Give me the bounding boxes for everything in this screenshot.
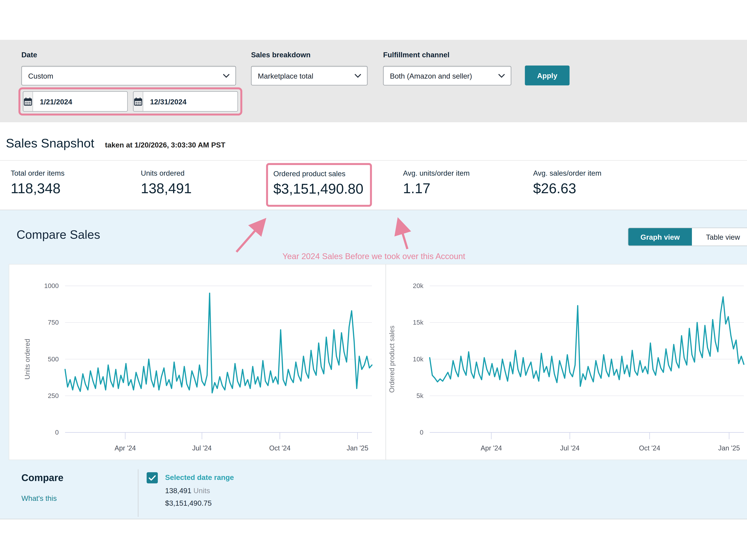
annotation-arrow-right xyxy=(399,220,408,249)
svg-text:Jan '25: Jan '25 xyxy=(346,444,368,452)
divider xyxy=(0,160,747,161)
chevron-down-icon xyxy=(355,74,361,78)
ordered-product-sales-chart: 20k15k10k5k0Apr '24Jul '24Oct '24Jan '25… xyxy=(386,265,747,459)
metric-units-ordered: Units ordered 138,491 xyxy=(141,169,192,196)
metric-label: Avg. units/order item xyxy=(403,169,470,177)
calendar-icon[interactable] xyxy=(23,92,33,111)
legend-units-line: 138,491 Units xyxy=(165,486,210,495)
date-preset-value: Custom xyxy=(28,72,53,80)
metric-label: Ordered product sales xyxy=(274,169,363,178)
check-icon xyxy=(149,475,156,481)
sales-breakdown-label: Sales breakdown xyxy=(251,50,311,59)
metric-ordered-product-sales-highlighted: Ordered product sales $3,151,490.80 xyxy=(266,163,372,207)
chevron-down-icon xyxy=(498,74,505,78)
sales-breakdown-select[interactable]: Marketplace total xyxy=(251,66,367,85)
metric-value: $3,151,490.80 xyxy=(274,181,363,197)
svg-text:Jul '24: Jul '24 xyxy=(560,444,579,452)
svg-text:Apr '24: Apr '24 xyxy=(481,444,502,452)
svg-text:10k: 10k xyxy=(413,355,423,363)
svg-text:Oct '24: Oct '24 xyxy=(639,444,660,452)
snapshot-timestamp: taken at 1/20/2026, 3:03:30 AM PST xyxy=(105,141,225,149)
compare-heading: Compare xyxy=(21,472,63,483)
svg-text:Units ordered: Units ordered xyxy=(24,339,31,379)
date-preset-select[interactable]: Custom xyxy=(21,66,236,85)
table-view-button[interactable]: Table view xyxy=(692,228,747,246)
svg-text:Ordered product sales: Ordered product sales xyxy=(388,325,396,393)
svg-text:Oct '24: Oct '24 xyxy=(269,444,290,452)
metric-label: Total order items xyxy=(11,169,65,177)
date-range-highlight xyxy=(19,87,242,115)
legend-sales-value: $3,151,490.75 xyxy=(165,499,212,507)
svg-text:1000: 1000 xyxy=(44,282,59,289)
end-date-field[interactable] xyxy=(143,92,238,111)
annotation-note: Year 2024 Sales Before we took over this… xyxy=(160,252,588,262)
start-date-input[interactable] xyxy=(23,91,128,112)
ordered-product-sales-chart-card: 20k15k10k5k0Apr '24Jul '24Oct '24Jan '25… xyxy=(385,265,747,459)
svg-text:0: 0 xyxy=(420,429,423,436)
svg-text:250: 250 xyxy=(48,392,59,399)
svg-text:5k: 5k xyxy=(416,392,423,399)
units-ordered-chart-card: 10007505002500Apr '24Jul '24Oct '24Jan '… xyxy=(9,265,385,459)
charts-container: 10007505002500Apr '24Jul '24Oct '24Jan '… xyxy=(9,264,747,460)
date-filter-label: Date xyxy=(21,50,37,59)
compare-sales-title: Compare Sales xyxy=(17,228,100,242)
metric-label: Avg. sales/order item xyxy=(533,169,601,177)
svg-text:Jan '25: Jan '25 xyxy=(718,444,740,452)
whats-this-link[interactable]: What's this xyxy=(21,494,57,502)
graph-view-button[interactable]: Graph view xyxy=(628,228,692,246)
metric-total-order-items: Total order items 118,348 xyxy=(11,169,65,196)
calendar-icon[interactable] xyxy=(133,92,143,111)
metric-avg-units-order-item: Avg. units/order item 1.17 xyxy=(403,169,470,196)
page: Date Custom Sales breakdown Marketplace … xyxy=(0,0,747,560)
apply-button[interactable]: Apply xyxy=(525,65,570,85)
metric-value: $26.63 xyxy=(533,181,601,196)
metric-avg-sales-order-item: Avg. sales/order item $26.63 xyxy=(533,169,601,196)
svg-text:500: 500 xyxy=(48,355,59,363)
chevron-down-icon xyxy=(223,74,230,78)
metric-value: 1.17 xyxy=(403,181,470,196)
svg-text:750: 750 xyxy=(48,319,59,326)
divider xyxy=(138,469,138,517)
legend-units-suffix: Units xyxy=(194,486,210,495)
view-toggle: Graph view Table view xyxy=(628,228,747,246)
sales-snapshot-section: Sales Snapshot taken at 1/20/2026, 3:03:… xyxy=(0,122,747,210)
svg-text:Apr '24: Apr '24 xyxy=(114,444,136,452)
legend-label: Selected date range xyxy=(165,473,234,481)
page-title: Sales Snapshot xyxy=(6,136,94,151)
svg-text:Jul '24: Jul '24 xyxy=(192,444,212,452)
units-ordered-chart: 10007505002500Apr '24Jul '24Oct '24Jan '… xyxy=(9,265,385,459)
compare-sales-section: Compare Sales Graph view Table view Year… xyxy=(0,210,747,519)
svg-text:20k: 20k xyxy=(413,282,423,289)
annotation-arrow-left xyxy=(236,220,264,252)
metric-label: Units ordered xyxy=(141,169,192,177)
svg-text:0: 0 xyxy=(55,429,59,436)
svg-text:15k: 15k xyxy=(413,319,423,326)
filter-bar: Date Custom Sales breakdown Marketplace … xyxy=(0,40,747,122)
metric-value: 138,491 xyxy=(141,181,192,196)
fulfillment-channel-label: Fulfillment channel xyxy=(383,50,449,59)
fulfillment-channel-value: Both (Amazon and seller) xyxy=(390,72,472,80)
end-date-input[interactable] xyxy=(133,91,238,112)
fulfillment-channel-select[interactable]: Both (Amazon and seller) xyxy=(383,66,511,85)
metric-value: 118,348 xyxy=(11,181,65,196)
start-date-field[interactable] xyxy=(33,92,128,111)
selected-date-range-checkbox[interactable] xyxy=(147,472,158,483)
sales-breakdown-value: Marketplace total xyxy=(258,72,313,80)
legend-units-value: 138,491 xyxy=(165,486,191,495)
